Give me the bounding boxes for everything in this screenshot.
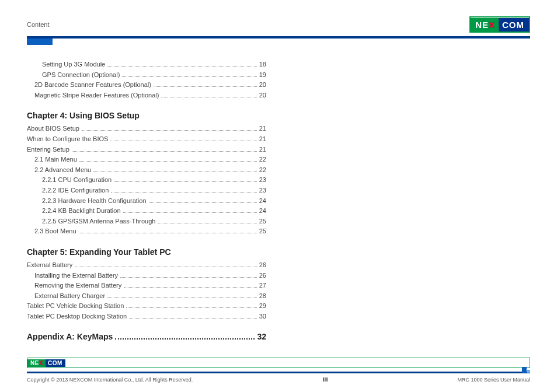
page-footer: NEXCOM Copyright © 2013 NEXCOM Internati…: [27, 358, 530, 383]
toc-page: 24: [259, 196, 266, 206]
toc-label: Tablet PC Desktop Docking Station: [27, 312, 127, 322]
leader-dots: [107, 66, 257, 66]
leader-dots: [107, 298, 257, 298]
footer-decoration-icon: [522, 367, 530, 373]
chapter-4-title: Chapter 4: Using BIOS Setup: [27, 111, 266, 120]
toc-page: 22: [259, 165, 266, 176]
toc-label: 2.2.5 GPS/GSM Antenna Pass-Through: [42, 216, 155, 227]
toc-page: 25: [259, 216, 266, 227]
toc-pre-row[interactable]: GPS Connection (Optional)19: [27, 70, 266, 80]
leader-dots: [82, 130, 257, 131]
toc-label: 2.2.1 CPU Configuration: [42, 175, 112, 186]
toc-label: When to Configure the BIOS: [27, 134, 108, 145]
page-number: iii: [322, 376, 328, 383]
toc-ch4-row[interactable]: When to Configure the BIOS21: [27, 134, 266, 145]
toc-page: 23: [259, 175, 266, 186]
leader-dots: [115, 338, 255, 340]
toc-page: 21: [259, 124, 266, 134]
toc-page: 24: [259, 206, 266, 216]
toc-label: About BIOS Setup: [27, 124, 79, 134]
toc-page: 18: [259, 60, 266, 70]
toc-page: 25: [259, 226, 266, 237]
section-label: Content: [27, 21, 50, 28]
brand-logo: NEXCOM: [469, 16, 530, 33]
appendix-a-row[interactable]: Appendix A: KeyMaps 32: [27, 332, 266, 342]
toc-label: External Battery: [27, 260, 72, 271]
leader-dots: [124, 287, 257, 288]
toc-label: Entering Setup: [27, 145, 69, 155]
toc-ch4-row[interactable]: 2.2.3 Hardware Health Configuration24: [27, 196, 266, 206]
toc-pre-row[interactable]: 2D Barcode Scanner Features (Optional)20: [27, 80, 266, 90]
toc-label: 2.2 Advanced Menu: [34, 165, 91, 176]
toc-page: 20: [259, 90, 266, 101]
leader-dots: [126, 307, 256, 308]
toc-ch5-row[interactable]: Removing the External Battery27: [27, 281, 266, 291]
toc-ch5-row[interactable]: Tablet PC Desktop Docking Station30: [27, 312, 266, 322]
leader-dots: [123, 212, 257, 213]
leader-dots: [154, 86, 257, 87]
toc-label: Magnetic Stripe Reader Features (Optiona…: [34, 90, 159, 101]
toc-page: 21: [259, 145, 266, 155]
leader-dots: [72, 151, 257, 152]
toc-ch4-row[interactable]: 2.3 Boot Menu25: [27, 226, 266, 237]
appendix-page: 32: [257, 332, 266, 341]
leader-dots: [79, 161, 257, 162]
copyright-text: Copyright © 2013 NEXCOM International Co…: [27, 377, 193, 383]
toc-page: 29: [259, 301, 266, 312]
toc-page: 27: [259, 281, 266, 291]
footer-logo: NEXCOM: [27, 358, 530, 368]
toc-page: 26: [259, 260, 266, 271]
toc-pre-row[interactable]: Setting Up 3G Module18: [27, 60, 266, 70]
toc-label: 2.2.4 KB Backlight Duration: [42, 206, 121, 216]
toc-page: 23: [259, 186, 266, 196]
toc-label: External Battery Charger: [34, 291, 105, 302]
leader-dots: [122, 76, 256, 77]
manual-title: MRC 1000 Series User Manual: [457, 377, 530, 383]
toc-ch4-row[interactable]: 2.2.1 CPU Configuration23: [27, 175, 266, 186]
toc-ch5-row[interactable]: External Battery26: [27, 260, 266, 271]
toc-ch4-row[interactable]: 2.2.2 IDE Configuration23: [27, 186, 266, 196]
toc-label: 2.2.3 Hardware Health Configuration: [42, 196, 147, 206]
toc-content: Setting Up 3G Module18GPS Connection (Op…: [27, 60, 266, 342]
toc-pre-row[interactable]: Magnetic Stripe Reader Features (Optiona…: [27, 90, 266, 101]
toc-label: Tablet PC Vehicle Docking Station: [27, 301, 124, 312]
toc-label: 2D Barcode Scanner Features (Optional): [34, 80, 151, 90]
leader-dots: [75, 267, 256, 267]
leader-dots: [158, 223, 256, 223]
leader-dots: [149, 202, 257, 203]
toc-page: 26: [259, 271, 266, 281]
leader-dots: [79, 233, 257, 233]
header-rule: [27, 36, 530, 38]
toc-page: 20: [259, 80, 266, 90]
chapter-5-title: Chapter 5: Expanding Your Tablet PC: [27, 247, 266, 257]
toc-ch5-row[interactable]: Installing the External Battery26: [27, 271, 266, 281]
toc-page: 30: [259, 312, 266, 322]
toc-label: Installing the External Battery: [34, 271, 118, 281]
leader-dots: [161, 97, 256, 97]
leader-dots: [110, 141, 256, 141]
toc-label: Setting Up 3G Module: [42, 60, 105, 70]
toc-ch4-row[interactable]: 2.2 Advanced Menu22: [27, 165, 266, 176]
toc-page: 19: [259, 70, 266, 80]
appendix-label: Appendix A: KeyMaps: [27, 332, 113, 341]
toc-label: 2.1 Main Menu: [34, 155, 77, 165]
leader-dots: [114, 181, 257, 182]
toc-ch4-row[interactable]: 2.2.4 KB Backlight Duration24: [27, 206, 266, 216]
toc-ch4-row[interactable]: About BIOS Setup21: [27, 124, 266, 134]
toc-label: Removing the External Battery: [34, 281, 121, 291]
toc-page: 22: [259, 155, 266, 165]
toc-ch5-row[interactable]: External Battery Charger28: [27, 291, 266, 302]
toc-page: 28: [259, 291, 266, 302]
leader-dots: [129, 318, 257, 318]
leader-dots: [120, 277, 257, 278]
leader-dots: [111, 192, 256, 192]
toc-label: 2.2.2 IDE Configuration: [42, 186, 109, 196]
leader-dots: [93, 172, 257, 172]
toc-label: GPS Connection (Optional): [42, 70, 120, 80]
toc-ch4-row[interactable]: 2.2.5 GPS/GSM Antenna Pass-Through25: [27, 216, 266, 227]
toc-ch5-row[interactable]: Tablet PC Vehicle Docking Station29: [27, 301, 266, 312]
toc-ch4-row[interactable]: Entering Setup21: [27, 145, 266, 155]
toc-label: 2.3 Boot Menu: [34, 226, 76, 237]
toc-ch4-row[interactable]: 2.1 Main Menu22: [27, 155, 266, 165]
toc-page: 21: [259, 134, 266, 145]
